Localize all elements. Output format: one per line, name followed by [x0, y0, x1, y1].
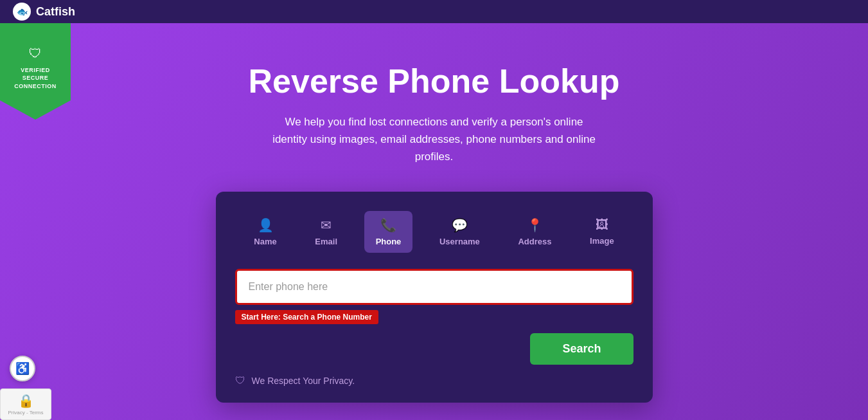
tab-name[interactable]: 👤 Name	[242, 211, 288, 253]
tab-username-label: Username	[439, 237, 480, 246]
search-row: Search	[235, 333, 633, 365]
secure-badge: 🛡 VERIFIED SECURE CONNECTION	[0, 23, 71, 120]
tab-image[interactable]: 🖼 Image	[578, 211, 626, 253]
accessibility-button[interactable]: ♿	[10, 356, 35, 381]
input-wrapper	[235, 269, 633, 305]
privacy-shield-icon: 🛡	[235, 375, 245, 387]
search-button[interactable]: Search	[530, 333, 633, 365]
tab-address[interactable]: 📍 Address	[506, 211, 563, 253]
recaptcha-box: 🔒 Privacy - Terms	[0, 388, 51, 420]
address-icon: 📍	[527, 217, 543, 233]
tab-image-label: Image	[590, 236, 614, 246]
privacy-row: 🛡 We Respect Your Privacy.	[235, 375, 633, 387]
email-icon: ✉	[321, 217, 332, 233]
secure-badge-text: VERIFIED SECURE CONNECTION	[14, 66, 57, 91]
tab-email-label: Email	[315, 237, 337, 246]
logo-text: Catfish	[36, 5, 75, 19]
privacy-text: We Respect Your Privacy.	[252, 376, 355, 386]
recaptcha-logo: 🔒	[4, 393, 47, 408]
nav-logo: 🐟 Catfish	[13, 3, 75, 21]
top-nav: 🐟 Catfish	[0, 0, 868, 23]
image-icon: 🖼	[596, 217, 608, 232]
tab-phone[interactable]: 📞 Phone	[364, 211, 413, 253]
username-icon: 💬	[452, 217, 468, 233]
error-label: Start Here: Search a Phone Number	[235, 310, 378, 324]
tab-phone-label: Phone	[376, 237, 402, 246]
logo-icon: 🐟	[13, 3, 31, 21]
page-title: Reverse Phone Lookup	[249, 62, 620, 100]
tab-bar: 👤 Name ✉ Email 📞 Phone 💬 Username 📍 Addr…	[235, 211, 633, 253]
tab-username[interactable]: 💬 Username	[428, 211, 492, 253]
tab-name-label: Name	[254, 237, 276, 246]
shield-icon: 🛡	[29, 46, 42, 61]
tab-address-label: Address	[518, 237, 551, 246]
phone-input[interactable]	[235, 269, 633, 305]
person-icon: 👤	[258, 217, 274, 233]
page-subtitle: We help you find lost connections and ve…	[267, 113, 601, 166]
recaptcha-links[interactable]: Privacy - Terms	[4, 410, 47, 415]
search-card: 👤 Name ✉ Email 📞 Phone 💬 Username 📍 Addr…	[216, 192, 653, 403]
phone-icon: 📞	[380, 217, 396, 233]
tab-email[interactable]: ✉ Email	[303, 211, 349, 253]
main-content: 🛡 VERIFIED SECURE CONNECTION Reverse Pho…	[0, 23, 868, 420]
